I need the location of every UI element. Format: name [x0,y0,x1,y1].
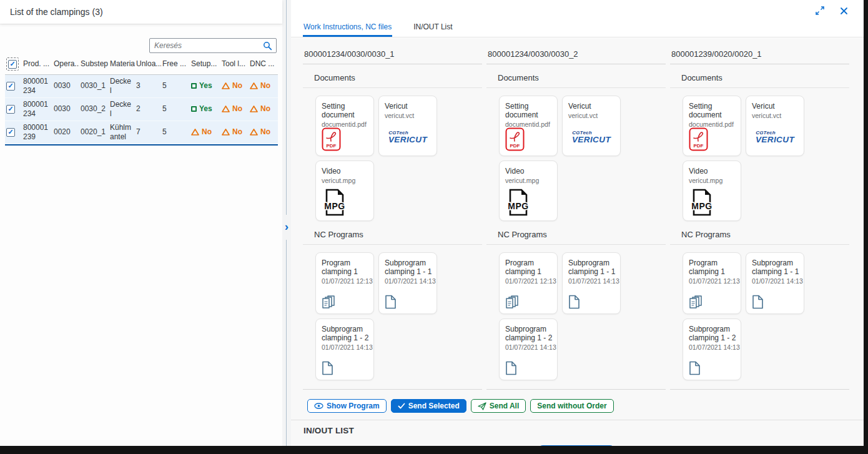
pdf-file-icon: PDF [689,127,708,151]
document-card[interactable]: Video vericut.mpg MPG [499,160,558,221]
paper-plane-icon [478,402,486,410]
row-checkbox[interactable]: ✓ [6,105,15,114]
col-dnc: DNC ... [249,56,278,74]
cell-operation: 0020 [52,121,79,144]
row-checkbox[interactable]: ✓ [6,82,15,91]
cell-substep: 0030_1 [79,74,109,97]
document-card[interactable]: Vericut vericut.vct CGTech VERICUT [562,96,621,156]
cell-unload: 2 [135,97,161,121]
details-panel: Work Instructions, NC files IN/OUT List … [291,0,864,446]
vericut-logo: CGTech VERICUT [746,130,804,144]
send-all-button[interactable]: Send All [471,399,526,413]
row-checkbox[interactable]: ✓ [6,128,15,137]
tab-bar: Work Instructions, NC files IN/OUT List [291,21,864,37]
send-without-order-button[interactable]: Send without Order [530,399,613,413]
check-icon [398,403,405,409]
svg-text:PDF: PDF [510,143,520,149]
nc-program-card[interactable]: Subprogram clamping 1 - 2 01/07/2021 14:… [499,318,558,380]
dnc-status: No [250,81,274,91]
panel-splitter[interactable]: › [282,0,291,446]
table-header-row: ✓ Prod. ... Opera... Substep Material Un… [5,56,278,74]
nc-programs-section-title: NC Programs [303,221,482,245]
tool-status: No [222,127,245,137]
document-card[interactable]: Setting document documentid.pdf PDF [315,96,374,156]
svg-text:PDF: PDF [694,143,704,149]
cell-material: Deckel [109,97,135,121]
nc-program-card[interactable]: Program clamping 1 01/07/2021 12:13 [683,252,741,314]
documents-section-title: Documents [670,64,849,88]
cell-substep: 0030_2 [79,97,109,121]
document-card[interactable]: Setting document documentid.pdf PDF [683,96,741,156]
document-card[interactable]: Setting document documentid.pdf PDF [499,96,558,156]
clamping-id: 800001234/0030/0030_1 [303,49,482,64]
cell-prod: 800001234 [22,74,52,97]
tool-status: No [222,104,245,114]
cell-operation: 0030 [52,74,79,97]
nc-program-card[interactable]: Program clamping 1 01/07/2021 12:13 [315,252,374,314]
clamping-column: 800001239/0020/0020_1 Documents Setting … [670,49,849,390]
document-card[interactable]: Video vericut.mpg MPG [315,160,374,221]
svg-text:MPG: MPG [691,201,712,211]
screen-right-edge [864,0,868,454]
warning-triangle-icon [250,106,258,112]
nc-programs-section-title: NC Programs [486,221,666,245]
nc-program-card[interactable]: Subprogram clamping 1 - 1 01/07/2021 14:… [378,252,437,314]
warning-triangle-icon [222,106,230,112]
nc-programs-cards: Program clamping 1 01/07/2021 12:13 [303,245,446,380]
svg-text:MPG: MPG [324,201,345,211]
app-window: List of the clampings (3) [0,0,868,454]
clamping-column: 800001234/0030/0030_1 Documents Setting … [303,49,482,390]
expand-fullscreen-icon[interactable] [814,4,826,17]
table-row[interactable]: ✓ 800001239 0020 0020_1 Kühlmantel 7 5 N… [5,121,278,144]
document-icon [568,295,580,309]
clampings-panel: List of the clampings (3) [0,0,282,446]
details-content: 800001234/0030/0030_1 Documents Setting … [291,38,864,446]
dnc-status: No [250,127,274,137]
search-input[interactable] [154,41,262,50]
clamping-columns: 800001234/0030/0030_1 Documents Setting … [303,49,850,390]
documents-section-title: Documents [486,64,666,88]
nc-program-card[interactable]: Subprogram clamping 1 - 2 01/07/2021 14:… [315,318,374,380]
cell-unload: 7 [135,121,161,144]
search-row [5,38,277,53]
search-field [149,38,277,53]
nc-program-card[interactable]: Program clamping 1 01/07/2021 12:13 [499,252,558,314]
document-card[interactable]: Vericut vericut.vct CGTech VERICUT [378,96,437,156]
nc-program-card[interactable]: Subprogram clamping 1 - 1 01/07/2021 14:… [562,252,621,314]
cell-operation: 0030 [52,97,79,121]
search-icon[interactable] [262,40,273,51]
details-toolbar [291,0,864,21]
table-row[interactable]: ✓ 800001234 0030 0030_2 Deckel 2 5 Yes [5,97,278,121]
tab-work-instructions[interactable]: Work Instructions, NC files [303,21,392,37]
document-icon [752,295,764,309]
documents-cards: Setting document documentid.pdf PDF [670,88,814,221]
select-all-cell: ✓ [5,56,22,74]
dnc-status: No [250,104,274,114]
eye-icon [314,403,323,409]
cell-free: 5 [161,74,190,97]
pdf-file-icon: PDF [322,127,341,151]
svg-text:PDF: PDF [327,143,337,149]
document-card[interactable]: Vericut vericut.vct CGTech VERICUT [746,96,804,156]
cell-free: 5 [161,97,190,121]
col-material: Material [109,56,135,74]
document-card[interactable]: Video vericut.mpg MPG [683,160,741,221]
col-prod: Prod. ... [22,56,52,74]
clamping-id: 800001234/0030/0030_2 [486,49,666,64]
send-selected-button[interactable]: Send Selected [391,399,466,413]
close-icon[interactable] [837,4,850,17]
show-program-button[interactable]: Show Program [307,399,387,413]
status-square-icon [191,106,197,112]
column-divider [670,389,849,390]
tool-status: No [222,81,245,91]
cell-substep: 0020_1 [79,121,109,144]
table-row[interactable]: ✓ 800001234 0030 0030_1 Deckel 3 5 Yes [5,74,278,97]
tab-inout-list[interactable]: IN/OUT List [413,21,453,37]
program-stack-icon [322,294,337,309]
warning-triangle-icon [222,82,230,89]
nc-programs-cards: Program clamping 1 01/07/2021 12:13 [670,245,814,380]
documents-section-title: Documents [303,64,482,88]
select-all-checkbox[interactable]: ✓ [6,57,19,71]
nc-program-card[interactable]: Subprogram clamping 1 - 1 01/07/2021 14:… [746,252,804,314]
nc-program-card[interactable]: Subprogram clamping 1 - 2 01/07/2021 14:… [683,318,741,380]
